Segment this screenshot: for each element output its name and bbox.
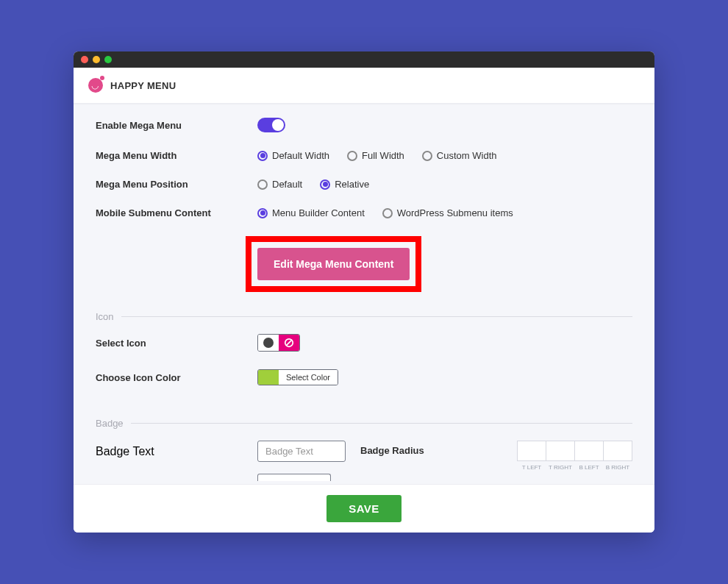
position-default-radio[interactable]: Default <box>257 179 302 190</box>
select-icon-row: Select Icon <box>96 334 632 352</box>
cutoff-row <box>74 474 654 484</box>
happy-logo-icon <box>88 78 103 93</box>
save-button[interactable]: SAVE <box>326 495 402 522</box>
submenu-builder-radio[interactable]: Menu Builder Content <box>257 207 365 218</box>
form-body: Enable Mega Menu Mega Menu Width Default… <box>74 104 654 484</box>
width-label: Mega Menu Width <box>96 150 257 161</box>
badge-section-divider: Badge <box>96 418 632 429</box>
edit-row: Edit Mega Menu Content <box>96 236 632 292</box>
width-default-radio[interactable]: Default Width <box>257 150 329 161</box>
icon-color-row: Choose Icon Color Select Color <box>96 369 632 385</box>
radius-group: T LEFT T RIGHT B LEFT B RIGHT <box>517 441 632 471</box>
badge-text-label: Badge Text <box>96 441 257 458</box>
radio-icon <box>257 208 268 218</box>
radius-bottom-right-input[interactable] <box>603 441 632 461</box>
icon-picker[interactable] <box>257 334 300 352</box>
badge-text-row: Badge Text Badge Radius T LEFT T <box>96 441 632 471</box>
icon-preview <box>258 335 279 351</box>
width-custom-radio[interactable]: Custom Width <box>422 150 497 161</box>
radius-bottom-left-input[interactable] <box>574 441 604 461</box>
color-swatch-icon <box>258 370 279 385</box>
width-full-radio[interactable]: Full Width <box>347 150 404 161</box>
remove-icon-button[interactable] <box>279 335 299 351</box>
maximize-icon[interactable] <box>104 56 112 63</box>
badge-text-input[interactable] <box>257 441 346 462</box>
edit-megamenu-button[interactable]: Edit Mega Menu Content <box>257 248 410 280</box>
enable-row: Enable Mega Menu <box>96 118 632 132</box>
icon-color-label: Choose Icon Color <box>96 372 257 383</box>
width-row: Mega Menu Width Default Width Full Width… <box>96 150 632 161</box>
icon-section-divider: Icon <box>96 311 632 322</box>
select-icon-label: Select Icon <box>96 338 257 349</box>
radius-top-right-input[interactable] <box>546 441 575 461</box>
radio-icon <box>257 151 268 161</box>
position-relative-radio[interactable]: Relative <box>320 179 369 190</box>
radio-icon <box>257 179 268 190</box>
position-label: Mega Menu Position <box>96 179 257 190</box>
radio-icon <box>422 151 432 161</box>
edit-highlight: Edit Mega Menu Content <box>246 236 421 292</box>
radius-top-left-input[interactable] <box>517 441 546 461</box>
position-row: Mega Menu Position Default Relative <box>96 179 632 190</box>
enable-label: Enable Mega Menu <box>96 120 257 131</box>
color-picker[interactable]: Select Color <box>257 369 338 385</box>
minimize-icon[interactable] <box>93 56 100 63</box>
radio-icon <box>347 151 357 161</box>
submenu-wp-radio[interactable]: WordPress Submenu items <box>382 207 513 218</box>
svg-line-1 <box>286 340 292 346</box>
radio-icon <box>320 179 330 190</box>
submenu-row: Mobile Submenu Content Menu Builder Cont… <box>96 207 632 218</box>
close-icon[interactable] <box>81 56 88 63</box>
page-title: HAPPY MENU <box>110 80 176 91</box>
radio-icon <box>382 208 393 218</box>
settings-window: HAPPY MENU Enable Mega Menu Mega Menu Wi… <box>74 51 654 533</box>
enable-toggle[interactable] <box>257 118 285 132</box>
submenu-label: Mobile Submenu Content <box>96 207 257 218</box>
footer: SAVE <box>74 484 654 533</box>
page-header: HAPPY MENU <box>74 68 654 104</box>
titlebar <box>74 51 654 68</box>
badge-radius-label: Badge Radius <box>360 441 424 456</box>
